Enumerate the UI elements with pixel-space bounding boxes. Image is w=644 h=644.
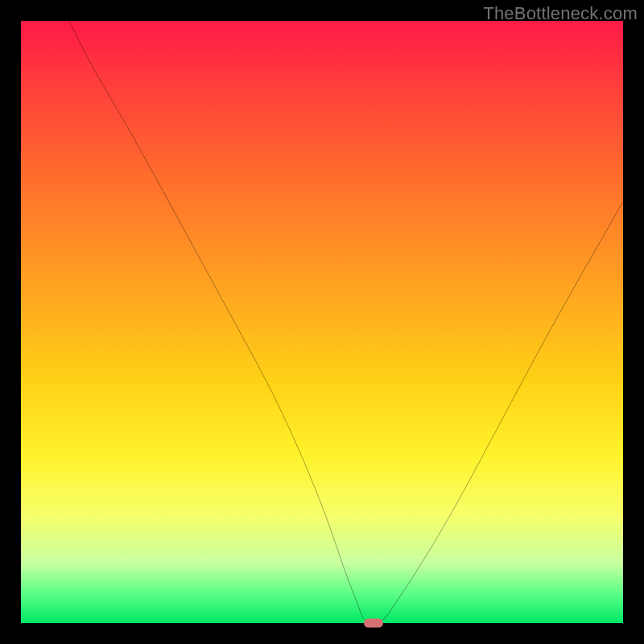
- bottleneck-curve: [21, 21, 623, 623]
- plot-area: [21, 21, 623, 623]
- chart-frame: TheBottleneck.com: [0, 0, 644, 644]
- optimal-point-marker: [364, 619, 383, 628]
